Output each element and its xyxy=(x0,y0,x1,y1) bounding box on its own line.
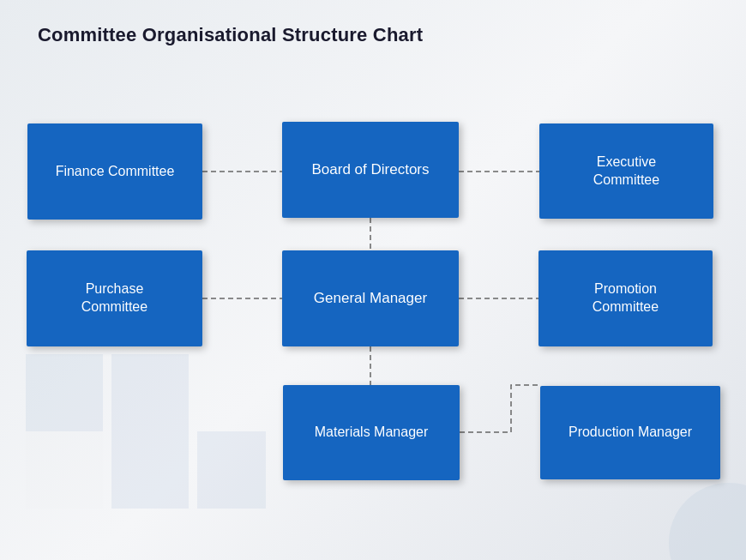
promotion-committee-label: PromotionCommittee xyxy=(593,280,659,316)
svg-rect-0 xyxy=(26,354,103,431)
page-background: Committee Organisational Structure Chart… xyxy=(0,0,746,560)
promotion-committee-box: PromotionCommittee xyxy=(538,250,713,346)
general-manager-box: General Manager xyxy=(282,250,459,346)
svg-rect-2 xyxy=(111,431,189,509)
finance-committee-box: Finance Committee xyxy=(27,123,202,220)
materials-manager-box: Materials Manager xyxy=(283,385,460,480)
svg-rect-1 xyxy=(111,354,189,431)
purchase-committee-box: PurchaseCommittee xyxy=(27,250,202,346)
executive-committee-box: ExecutiveCommittee xyxy=(539,123,713,219)
executive-committee-label: ExecutiveCommittee xyxy=(593,154,659,190)
svg-point-5 xyxy=(669,483,746,560)
production-manager-box: Production Manager xyxy=(540,386,720,479)
page-title: Committee Organisational Structure Chart xyxy=(38,24,423,46)
purchase-committee-label: PurchaseCommittee xyxy=(81,280,147,316)
board-of-directors-box: Board of Directors xyxy=(282,122,459,218)
svg-rect-4 xyxy=(26,431,103,509)
svg-rect-3 xyxy=(197,431,266,509)
